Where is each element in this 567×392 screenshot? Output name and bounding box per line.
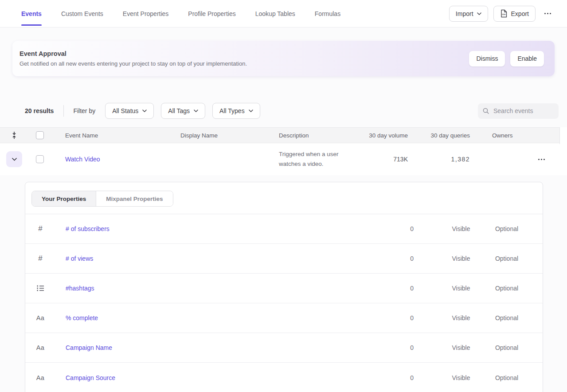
collapse-all-icon[interactable] <box>11 131 17 139</box>
lexicon-tabs: Events Custom Events Event Properties Pr… <box>21 0 340 27</box>
tab-lookup-tables[interactable]: Lookup Tables <box>255 0 295 27</box>
property-count: 0 <box>387 314 414 321</box>
property-visibility[interactable]: Visible <box>441 285 481 292</box>
text-type-icon: Aa <box>32 314 48 321</box>
property-row: Aa Campaign Name 0 Visible Optional <box>25 333 543 363</box>
chevron-down-icon <box>477 12 481 15</box>
tab-events[interactable]: Events <box>21 0 42 27</box>
column-header-description[interactable]: Description <box>279 132 346 139</box>
property-name-link[interactable]: Campaign Source <box>66 374 115 381</box>
banner-title: Event Approval <box>20 51 247 57</box>
event-30-day-volume: 713K <box>346 156 408 163</box>
filter-by-label: Filter by <box>73 107 95 114</box>
property-requirement[interactable]: Optional <box>487 225 527 232</box>
property-visibility[interactable]: Visible <box>441 255 481 262</box>
property-count: 0 <box>387 225 414 232</box>
dismiss-button[interactable]: Dismiss <box>469 51 505 67</box>
row-checkbox[interactable] <box>36 155 44 163</box>
chevron-down-icon <box>142 110 147 112</box>
property-count: 0 <box>387 255 414 262</box>
property-requirement[interactable]: Optional <box>487 255 527 262</box>
event-approval-banner: Event Approval Get notified on all new e… <box>12 41 555 76</box>
property-name-link[interactable]: % complete <box>66 314 98 321</box>
event-description-line1: Triggered when a user <box>279 149 346 159</box>
property-count: 0 <box>387 374 414 381</box>
column-header-display-name[interactable]: Display Name <box>180 132 279 139</box>
chevron-down-icon <box>194 110 198 112</box>
property-row: Aa Campaign Source 0 Visible Optional <box>25 363 543 392</box>
event-description-line2: watches a video. <box>279 159 346 169</box>
property-count: 0 <box>387 344 414 351</box>
search-icon <box>482 107 489 114</box>
column-header-30-day-queries[interactable]: 30 day queries <box>408 132 470 139</box>
event-30-day-queries: 1,382 <box>408 156 470 163</box>
tab-your-properties[interactable]: Your Properties <box>32 191 96 206</box>
search-input[interactable] <box>493 107 551 114</box>
results-count: 20 results <box>25 107 54 114</box>
property-row: Aa % complete 0 Visible Optional <box>25 303 543 333</box>
import-button-label: Import <box>456 10 473 17</box>
tab-custom-events[interactable]: Custom Events <box>61 0 103 27</box>
enable-button[interactable]: Enable <box>510 51 544 67</box>
status-filter-dropdown[interactable]: All Status <box>105 103 154 119</box>
property-name-link[interactable]: # of views <box>66 255 93 262</box>
property-visibility[interactable]: Visible <box>441 374 481 381</box>
properties-tabbar: Your Properties Mixpanel Properties <box>25 182 543 214</box>
number-type-icon: # <box>32 224 48 233</box>
property-name-link[interactable]: # of subscribers <box>66 225 109 232</box>
event-properties-panel: Your Properties Mixpanel Properties # # … <box>25 182 543 392</box>
column-header-event-name[interactable]: Event Name <box>65 132 180 139</box>
divider <box>63 105 64 117</box>
table-scroll-gutter <box>559 127 567 144</box>
tab-formulas[interactable]: Formulas <box>315 0 340 27</box>
export-button[interactable]: csv Export <box>493 6 536 22</box>
more-options-icon[interactable] <box>541 10 555 17</box>
text-type-icon: Aa <box>32 374 48 381</box>
row-more-options-icon[interactable] <box>535 156 548 163</box>
property-visibility[interactable]: Visible <box>441 314 481 321</box>
svg-text:csv: csv <box>502 13 506 16</box>
tags-filter-label: All Tags <box>168 107 190 114</box>
tab-mixpanel-properties[interactable]: Mixpanel Properties <box>96 191 172 206</box>
collapse-row-button[interactable] <box>6 151 22 167</box>
event-name-link[interactable]: Watch Video <box>65 156 100 163</box>
property-count: 0 <box>387 285 414 292</box>
export-button-label: Export <box>511 10 529 17</box>
property-requirement[interactable]: Optional <box>487 344 527 351</box>
column-header-owners[interactable]: Owners <box>492 132 523 139</box>
tab-event-properties[interactable]: Event Properties <box>123 0 169 27</box>
event-description: Triggered when a user watches a video. <box>279 149 346 169</box>
banner-subtitle: Get notified on all new events entering … <box>20 61 247 67</box>
number-type-icon: # <box>32 254 48 263</box>
csv-file-icon: csv <box>500 9 508 18</box>
tab-profile-properties[interactable]: Profile Properties <box>188 0 235 27</box>
filter-toolbar: 20 results Filter by All Status All Tags… <box>25 103 559 119</box>
chevron-down-icon <box>249 110 253 112</box>
top-navigation-bar: Events Custom Events Event Properties Pr… <box>0 0 567 27</box>
tags-filter-dropdown[interactable]: All Tags <box>161 103 205 119</box>
property-name-link[interactable]: Campaign Name <box>66 344 112 351</box>
properties-tab-switch: Your Properties Mixpanel Properties <box>31 191 173 207</box>
search-events-box[interactable] <box>478 103 559 119</box>
property-row: #hashtags 0 Visible Optional <box>25 274 543 303</box>
event-row-watch-video: Watch Video Triggered when a user watche… <box>0 143 567 175</box>
text-type-icon: Aa <box>32 344 48 351</box>
types-filter-label: All Types <box>219 107 245 114</box>
select-all-checkbox[interactable] <box>36 131 44 139</box>
property-name-link[interactable]: #hashtags <box>66 285 94 292</box>
property-visibility[interactable]: Visible <box>441 225 481 232</box>
import-button[interactable]: Import <box>449 6 488 22</box>
types-filter-dropdown[interactable]: All Types <box>212 103 260 119</box>
property-row: # # of views 0 Visible Optional <box>25 244 543 274</box>
status-filter-label: All Status <box>112 107 138 114</box>
events-table-header: Event Name Display Name Description 30 d… <box>0 127 559 143</box>
property-requirement[interactable]: Optional <box>487 314 527 321</box>
property-requirement[interactable]: Optional <box>487 285 527 292</box>
property-visibility[interactable]: Visible <box>441 344 481 351</box>
property-row: # # of subscribers 0 Visible Optional <box>25 214 543 244</box>
column-header-30-day-volume[interactable]: 30 day volume <box>346 132 408 139</box>
list-type-icon <box>32 285 48 291</box>
property-requirement[interactable]: Optional <box>487 374 527 381</box>
